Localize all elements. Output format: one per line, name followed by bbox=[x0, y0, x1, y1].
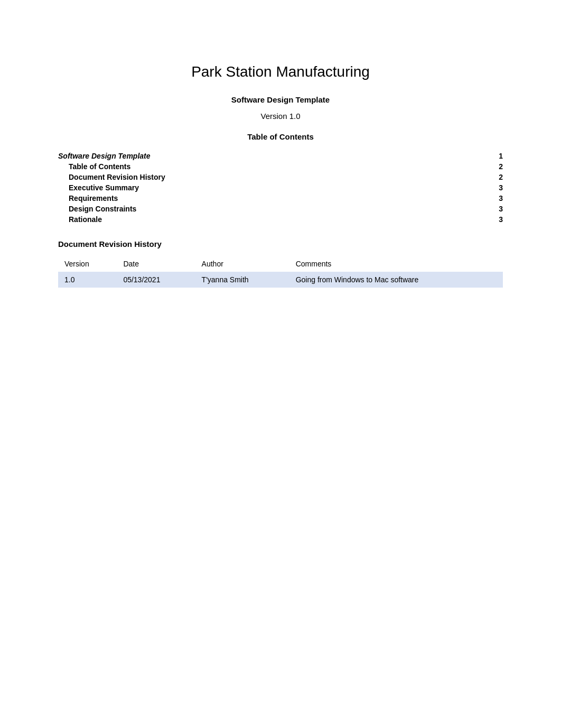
revision-cell-comments: Going from Windows to Mac software bbox=[289, 272, 503, 288]
toc-item-page: 3 bbox=[487, 214, 503, 225]
toc-item-label: Design Constraints bbox=[58, 204, 487, 214]
revision-history-heading: Document Revision History bbox=[58, 239, 503, 248]
toc-item-label: Requirements bbox=[58, 193, 487, 204]
toc-row: Rationale3 bbox=[58, 214, 503, 225]
toc-item-label: Software Design Template bbox=[58, 151, 487, 161]
subtitle: Software Design Template bbox=[58, 95, 503, 104]
toc-item-page: 3 bbox=[487, 204, 503, 214]
toc-item-page: 2 bbox=[487, 172, 503, 182]
toc-title: Table of Contents bbox=[58, 132, 503, 141]
version-label: Version 1.0 bbox=[58, 112, 503, 121]
toc-item-page: 2 bbox=[487, 161, 503, 172]
revision-col-header: Comments bbox=[289, 256, 503, 272]
toc-item-page: 3 bbox=[487, 193, 503, 204]
toc-item-label: Rationale bbox=[58, 214, 487, 225]
toc-item-label: Executive Summary bbox=[58, 182, 487, 193]
revision-row: 1.005/13/2021T'yanna SmithGoing from Win… bbox=[58, 272, 503, 288]
toc-table: Software Design Template1Table of Conten… bbox=[58, 151, 503, 225]
toc-item-page: 3 bbox=[487, 182, 503, 193]
toc-item-page: 1 bbox=[487, 151, 503, 161]
toc-row: Document Revision History2 bbox=[58, 172, 503, 182]
toc-row: Software Design Template1 bbox=[58, 151, 503, 161]
toc-row: Executive Summary3 bbox=[58, 182, 503, 193]
revision-cell-date: 05/13/2021 bbox=[117, 272, 195, 288]
page: Park Station Manufacturing Software Desi… bbox=[0, 0, 561, 728]
revision-col-header: Date bbox=[117, 256, 195, 272]
main-title: Park Station Manufacturing bbox=[58, 63, 503, 80]
revision-col-header: Version bbox=[58, 256, 117, 272]
revision-col-header: Author bbox=[195, 256, 289, 272]
revision-cell-version: 1.0 bbox=[58, 272, 117, 288]
revision-table-header: VersionDateAuthorComments bbox=[58, 256, 503, 272]
revision-cell-author: T'yanna Smith bbox=[195, 272, 289, 288]
toc-row: Table of Contents2 bbox=[58, 161, 503, 172]
toc-item-label: Document Revision History bbox=[58, 172, 487, 182]
toc-item-label: Table of Contents bbox=[58, 161, 487, 172]
toc-row: Design Constraints3 bbox=[58, 204, 503, 214]
revision-table: VersionDateAuthorComments 1.005/13/2021T… bbox=[58, 256, 503, 288]
toc-row: Requirements3 bbox=[58, 193, 503, 204]
